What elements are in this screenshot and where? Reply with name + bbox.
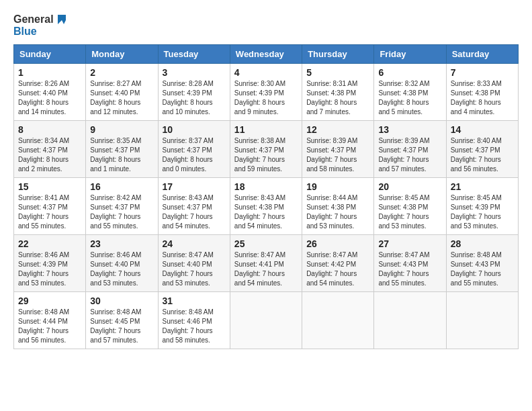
day-detail: Sunrise: 8:44 AMSunset: 4:38 PMDaylight:… — [306, 193, 369, 231]
day-detail: Sunrise: 8:38 AMSunset: 4:37 PMDaylight:… — [234, 136, 298, 174]
day-number: 25 — [234, 238, 298, 249]
calendar-cell — [446, 291, 518, 349]
day-detail: Sunrise: 8:48 AMSunset: 4:44 PMDaylight:… — [18, 308, 81, 345]
day-detail: Sunrise: 8:30 AMSunset: 4:39 PMDaylight:… — [234, 79, 298, 117]
day-detail: Sunrise: 8:33 AMSunset: 4:38 PMDaylight:… — [451, 79, 514, 117]
calendar-cell — [374, 291, 446, 349]
calendar-cell: 17Sunrise: 8:43 AMSunset: 4:37 PMDayligh… — [158, 177, 230, 234]
day-number: 13 — [378, 124, 441, 135]
calendar-cell: 20Sunrise: 8:45 AMSunset: 4:38 PMDayligh… — [374, 177, 446, 234]
day-number: 18 — [234, 181, 298, 192]
calendar-cell: 11Sunrise: 8:38 AMSunset: 4:37 PMDayligh… — [230, 120, 302, 177]
day-number: 21 — [451, 181, 514, 192]
day-number: 23 — [90, 238, 153, 249]
calendar-cell: 29Sunrise: 8:48 AMSunset: 4:44 PMDayligh… — [14, 291, 86, 349]
calendar-cell: 19Sunrise: 8:44 AMSunset: 4:38 PMDayligh… — [302, 177, 374, 234]
day-number: 14 — [451, 124, 514, 135]
calendar-week-4: 22Sunrise: 8:46 AMSunset: 4:39 PMDayligh… — [14, 234, 519, 291]
calendar-cell: 25Sunrise: 8:47 AMSunset: 4:41 PMDayligh… — [230, 234, 302, 291]
day-detail: Sunrise: 8:48 AMSunset: 4:45 PMDaylight:… — [90, 308, 153, 345]
day-number: 12 — [306, 124, 369, 135]
calendar-cell: 13Sunrise: 8:39 AMSunset: 4:37 PMDayligh… — [374, 120, 446, 177]
day-detail: Sunrise: 8:47 AMSunset: 4:40 PMDaylight:… — [163, 250, 226, 288]
calendar-cell: 7Sunrise: 8:33 AMSunset: 4:38 PMDaylight… — [446, 63, 518, 120]
day-number: 2 — [90, 67, 153, 78]
calendar-cell — [302, 291, 374, 349]
logo-graphic: General Blue — [13, 13, 67, 38]
day-detail: Sunrise: 8:43 AMSunset: 4:38 PMDaylight:… — [234, 193, 298, 231]
header-friday: Friday — [374, 44, 446, 63]
calendar-cell: 14Sunrise: 8:40 AMSunset: 4:37 PMDayligh… — [446, 120, 518, 177]
day-number: 26 — [306, 238, 369, 249]
day-detail: Sunrise: 8:48 AMSunset: 4:46 PMDaylight:… — [163, 308, 226, 345]
calendar-cell: 10Sunrise: 8:37 AMSunset: 4:37 PMDayligh… — [158, 120, 230, 177]
calendar-cell: 27Sunrise: 8:47 AMSunset: 4:43 PMDayligh… — [374, 234, 446, 291]
day-number: 8 — [18, 124, 81, 135]
day-number: 1 — [18, 67, 81, 78]
calendar-cell: 1Sunrise: 8:26 AMSunset: 4:40 PMDaylight… — [14, 63, 86, 120]
logo-text-blue: Blue — [13, 26, 37, 38]
calendar-cell: 28Sunrise: 8:48 AMSunset: 4:43 PMDayligh… — [446, 234, 518, 291]
day-detail: Sunrise: 8:47 AMSunset: 4:41 PMDaylight:… — [234, 250, 298, 288]
day-number: 16 — [90, 181, 153, 192]
calendar-cell: 30Sunrise: 8:48 AMSunset: 4:45 PMDayligh… — [86, 291, 158, 349]
day-number: 20 — [378, 181, 441, 192]
calendar-cell: 21Sunrise: 8:45 AMSunset: 4:39 PMDayligh… — [446, 177, 518, 234]
calendar-cell: 18Sunrise: 8:43 AMSunset: 4:38 PMDayligh… — [230, 177, 302, 234]
day-number: 4 — [234, 67, 298, 78]
calendar-cell — [230, 291, 302, 349]
calendar-week-3: 15Sunrise: 8:41 AMSunset: 4:37 PMDayligh… — [14, 177, 519, 234]
day-detail: Sunrise: 8:26 AMSunset: 4:40 PMDaylight:… — [18, 79, 81, 117]
day-number: 30 — [90, 295, 153, 306]
day-number: 22 — [18, 238, 81, 249]
day-number: 6 — [378, 67, 441, 78]
calendar-cell: 3Sunrise: 8:28 AMSunset: 4:39 PMDaylight… — [158, 63, 230, 120]
day-number: 27 — [378, 238, 441, 249]
day-detail: Sunrise: 8:37 AMSunset: 4:37 PMDaylight:… — [163, 136, 226, 174]
day-detail: Sunrise: 8:46 AMSunset: 4:39 PMDaylight:… — [18, 250, 81, 288]
header-monday: Monday — [86, 44, 158, 63]
day-detail: Sunrise: 8:31 AMSunset: 4:38 PMDaylight:… — [306, 79, 369, 117]
calendar-cell: 24Sunrise: 8:47 AMSunset: 4:40 PMDayligh… — [158, 234, 230, 291]
calendar-week-5: 29Sunrise: 8:48 AMSunset: 4:44 PMDayligh… — [14, 291, 519, 349]
calendar-cell: 26Sunrise: 8:47 AMSunset: 4:42 PMDayligh… — [302, 234, 374, 291]
calendar-cell: 4Sunrise: 8:30 AMSunset: 4:39 PMDaylight… — [230, 63, 302, 120]
day-number: 15 — [18, 181, 81, 192]
day-detail: Sunrise: 8:45 AMSunset: 4:39 PMDaylight:… — [451, 193, 514, 231]
day-detail: Sunrise: 8:32 AMSunset: 4:38 PMDaylight:… — [378, 79, 441, 117]
day-number: 7 — [451, 67, 514, 78]
day-detail: Sunrise: 8:42 AMSunset: 4:37 PMDaylight:… — [90, 193, 153, 231]
calendar-week-2: 8Sunrise: 8:34 AMSunset: 4:37 PMDaylight… — [14, 120, 519, 177]
day-detail: Sunrise: 8:35 AMSunset: 4:37 PMDaylight:… — [90, 136, 153, 174]
day-detail: Sunrise: 8:47 AMSunset: 4:42 PMDaylight:… — [306, 250, 369, 288]
calendar-cell: 31Sunrise: 8:48 AMSunset: 4:46 PMDayligh… — [158, 291, 230, 349]
header-wednesday: Wednesday — [230, 44, 302, 63]
day-detail: Sunrise: 8:34 AMSunset: 4:37 PMDaylight:… — [18, 136, 81, 174]
day-detail: Sunrise: 8:39 AMSunset: 4:37 PMDaylight:… — [306, 136, 369, 174]
day-number: 28 — [451, 238, 514, 249]
day-detail: Sunrise: 8:43 AMSunset: 4:37 PMDaylight:… — [163, 193, 226, 231]
header-row: SundayMondayTuesdayWednesdayThursdayFrid… — [14, 44, 519, 63]
day-number: 9 — [90, 124, 153, 135]
day-detail: Sunrise: 8:45 AMSunset: 4:38 PMDaylight:… — [378, 193, 441, 231]
day-number: 31 — [163, 295, 226, 306]
logo-text-general: General — [13, 13, 54, 26]
svg-marker-0 — [58, 15, 66, 24]
day-detail: Sunrise: 8:48 AMSunset: 4:43 PMDaylight:… — [451, 250, 514, 288]
header-thursday: Thursday — [302, 44, 374, 63]
calendar-cell: 6Sunrise: 8:32 AMSunset: 4:38 PMDaylight… — [374, 63, 446, 120]
logo-arrow-icon — [55, 13, 67, 26]
day-number: 11 — [234, 124, 298, 135]
day-number: 3 — [163, 67, 226, 78]
header-tuesday: Tuesday — [158, 44, 230, 63]
day-detail: Sunrise: 8:39 AMSunset: 4:37 PMDaylight:… — [378, 136, 441, 174]
day-number: 24 — [163, 238, 226, 249]
day-number: 29 — [18, 295, 81, 306]
calendar-cell: 9Sunrise: 8:35 AMSunset: 4:37 PMDaylight… — [86, 120, 158, 177]
logo: General Blue — [13, 13, 67, 38]
calendar-week-1: 1Sunrise: 8:26 AMSunset: 4:40 PMDaylight… — [14, 63, 519, 120]
calendar-cell: 2Sunrise: 8:27 AMSunset: 4:40 PMDaylight… — [86, 63, 158, 120]
calendar-cell: 12Sunrise: 8:39 AMSunset: 4:37 PMDayligh… — [302, 120, 374, 177]
header-saturday: Saturday — [446, 44, 518, 63]
calendar-cell: 8Sunrise: 8:34 AMSunset: 4:37 PMDaylight… — [14, 120, 86, 177]
